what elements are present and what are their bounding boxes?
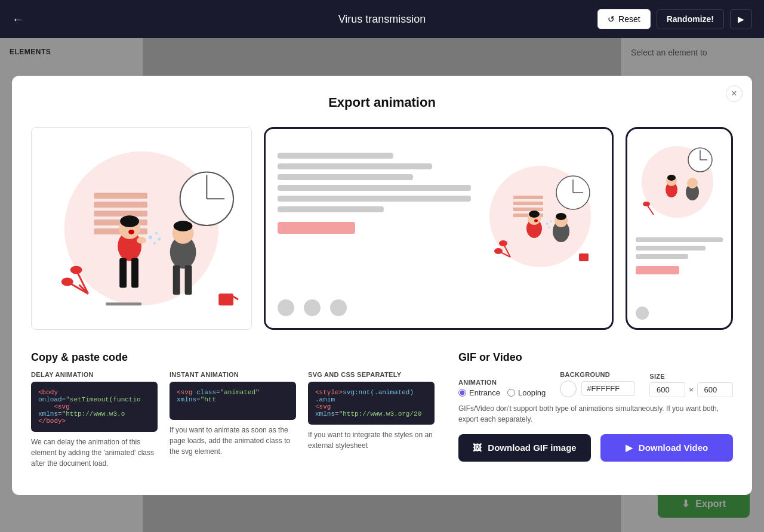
download-video-label: Download Video [639, 443, 708, 453]
preview-section [31, 127, 733, 330]
main-area: ELEMENTS Select an element to × Export a… [0, 38, 764, 532]
delay-code-block[interactable]: <body onload="setTimeout(functio <svg xm… [31, 382, 158, 432]
download-video-button[interactable]: ▶ Download Video [600, 434, 733, 462]
bottom-section: Copy & paste code DELAY ANIMATION <body … [31, 351, 733, 476]
looping-radio[interactable] [507, 389, 515, 397]
randomize-button[interactable]: Randomize! [657, 9, 724, 29]
animation-label: ANIMATION [458, 379, 546, 386]
instant-animation-col: INSTANT ANIMATION <svg class="animated" … [170, 371, 296, 469]
entrance-label: Entrance [469, 388, 500, 397]
size-width-input[interactable] [649, 382, 685, 397]
modal-close-button[interactable]: × [726, 85, 743, 102]
svg-point-32 [153, 242, 156, 244]
svg-rect-19 [185, 265, 192, 295]
svg-rect-38 [513, 202, 543, 205]
svg-css-code-block[interactable]: <style>svg:not(.animated) .anim <svg xml… [308, 382, 435, 425]
svg-rect-37 [513, 196, 543, 199]
top-bar-left: ← [12, 13, 24, 26]
reset-icon: ↺ [608, 14, 615, 24]
instant-desc: If you want to animate as soon as the pa… [170, 425, 296, 457]
looping-radio-label[interactable]: Looping [507, 388, 546, 397]
entrance-radio[interactable] [458, 389, 466, 397]
preview-original [31, 127, 252, 330]
desktop-illustration [480, 157, 600, 276]
export-modal: × Export animation [12, 76, 752, 495]
delay-desc: We can delay the animation of this eleme… [31, 437, 158, 469]
svg-rect-6 [94, 211, 147, 216]
svg-point-25 [61, 277, 73, 286]
size-label: SIZE [649, 373, 733, 380]
size-height-input[interactable] [697, 382, 733, 397]
modal-title: Export animation [31, 95, 733, 110]
svg-point-30 [155, 231, 158, 234]
svg-point-24 [70, 265, 82, 274]
copy-paste-title: Copy & paste code [31, 351, 435, 364]
gif-icon: 🖼 [473, 443, 482, 453]
svg-point-47 [556, 213, 566, 220]
instant-label: INSTANT ANIMATION [170, 371, 296, 378]
svg-point-48 [546, 222, 549, 225]
top-bar: ← Virus transmission ↺ Reset Randomize! … [0, 0, 764, 38]
svg-point-14 [128, 229, 134, 234]
preview-mobile [626, 127, 733, 330]
svg-css-desc: If you want to integrate the styles on a… [308, 429, 435, 451]
back-button[interactable]: ← [12, 13, 24, 26]
instant-code-block[interactable]: <svg class="animated" xmlns="htt [170, 382, 296, 420]
play-button[interactable]: ▶ [730, 9, 752, 29]
svg-point-20 [174, 221, 193, 231]
svg-css-label: SVG AND CSS SEPARATELY [308, 371, 435, 378]
size-x-icon: × [689, 385, 694, 394]
svg-point-62 [667, 175, 676, 181]
gif-options-row: ANIMATION Entrance Looping [458, 371, 733, 397]
svg-rect-5 [94, 202, 147, 208]
svg-rect-18 [173, 265, 180, 295]
background-label: BACKGROUND [560, 371, 635, 378]
animation-option-group: ANIMATION Entrance Looping [458, 379, 546, 397]
gif-video-section: GIF or Video ANIMATION Entrance [458, 351, 733, 476]
reset-button[interactable]: ↺ Reset [597, 9, 651, 29]
download-gif-label: Download GIF image [488, 443, 576, 453]
svg-point-13 [120, 215, 139, 227]
download-row: 🖼 Download GIF image ▶ Download Video [458, 434, 733, 462]
animation-options: DELAY ANIMATION <body onload="setTimeout… [31, 371, 435, 469]
background-hex-input[interactable] [581, 381, 635, 396]
svg-rect-12 [131, 258, 138, 287]
modal-overlay: × Export animation [0, 38, 764, 532]
svg-rect-28 [106, 302, 141, 305]
gif-notice: GIFs/Video don't support both type of an… [458, 403, 733, 425]
svg-rect-4 [94, 193, 147, 199]
svg-line-27 [233, 296, 238, 299]
background-option-group: BACKGROUND [560, 371, 635, 397]
svg-point-66 [643, 202, 650, 206]
video-icon: ▶ [626, 443, 633, 453]
copy-paste-section: Copy & paste code DELAY ANIMATION <body … [31, 351, 435, 476]
svg-point-31 [158, 237, 161, 240]
svg-point-29 [149, 235, 152, 239]
svg-rect-39 [513, 208, 543, 211]
top-bar-right: ↺ Reset Randomize! ▶ [597, 9, 752, 29]
size-input-group: × [649, 382, 733, 397]
background-color-swatch[interactable] [560, 381, 577, 397]
size-option-group: SIZE × [649, 373, 733, 397]
svg-point-52 [499, 240, 507, 246]
entrance-radio-label[interactable]: Entrance [458, 388, 500, 397]
svg-rect-26 [218, 293, 233, 305]
svg-point-54 [494, 248, 503, 254]
mobile-illustration [636, 137, 719, 233]
svg-point-50 [549, 226, 550, 228]
gif-video-title: GIF or Video [458, 351, 733, 364]
original-illustration [32, 128, 251, 329]
animation-radio-group: Entrance Looping [458, 388, 546, 397]
svg-rect-11 [119, 258, 127, 287]
download-gif-button[interactable]: 🖼 Download GIF image [458, 434, 591, 462]
svg-point-43 [529, 211, 540, 218]
svg-point-44 [534, 219, 538, 222]
svg-rect-55 [579, 253, 589, 261]
svg-point-49 [550, 220, 552, 222]
svg-css-col: SVG AND CSS SEPARATELY <style>svg:not(.a… [308, 371, 435, 469]
preview-desktop [264, 127, 614, 330]
delay-label: DELAY ANIMATION [31, 371, 158, 378]
page-title: Virus transmission [338, 13, 426, 26]
svg-point-64 [687, 178, 698, 188]
svg-point-15 [137, 236, 146, 243]
